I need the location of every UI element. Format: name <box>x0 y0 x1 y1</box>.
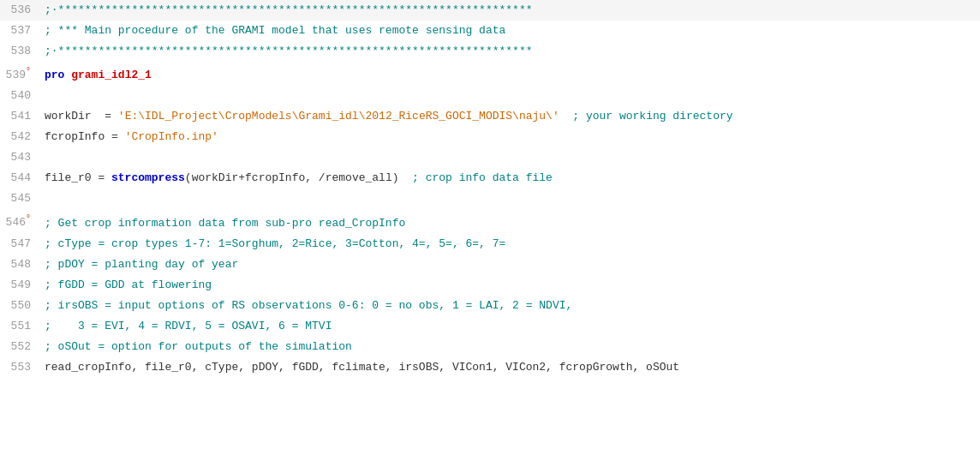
procname-text: grami_idl2_1 <box>71 69 152 81</box>
line-content: ; Get crop information data from sub-pro… <box>41 214 980 233</box>
line-number: 549 <box>0 276 41 295</box>
line-number: 553 <box>0 358 41 377</box>
line-number: 551 <box>0 317 41 336</box>
keyword-text: pro <box>45 69 71 81</box>
line-content: ; *** Main procedure of the GRAMI model … <box>41 21 980 40</box>
code-line: 540 <box>0 86 980 106</box>
code-line: 541workDir = 'E:\IDL_Project\CropModels\… <box>0 106 980 127</box>
line-content <box>41 87 980 105</box>
line-number: 541 <box>0 107 41 126</box>
normal-text <box>559 110 573 123</box>
line-number: 537 <box>0 21 41 40</box>
line-number: 547 <box>0 235 41 254</box>
line-content: ; 3 = EVI, 4 = RDVI, 5 = OSAVI, 6 = MTVI <box>41 317 980 336</box>
code-line: 544file_r0 = strcompress(workDir+fcropIn… <box>0 168 980 189</box>
code-line: 542fcropInfo = 'CropInfo.inp' <box>0 127 980 147</box>
code-line: 550; irsOBS = input options of RS observ… <box>0 296 980 316</box>
comment-text: ; Get crop information data from sub-pro… <box>45 217 405 230</box>
line-number: 546° <box>0 210 41 232</box>
line-content: ;·**************************************… <box>41 1 980 20</box>
code-line: 553read_cropInfo, file_r0, cType, pDOY, … <box>0 357 980 378</box>
code-line: 538;·***********************************… <box>0 41 980 62</box>
line-content: ; cType = crop types 1-7: 1=Sorghum, 2=R… <box>41 235 980 254</box>
code-line: 539°pro grami_idl2_1 <box>0 62 980 86</box>
normal-text: workDir = <box>45 110 118 123</box>
line-number: 544 <box>0 169 41 188</box>
code-line: 545 <box>0 189 980 209</box>
string-literal: 'E:\IDL_Project\CropModels\Grami_idl\201… <box>118 110 559 123</box>
code-editor: 536;·***********************************… <box>0 0 980 467</box>
code-line: 547; cType = crop types 1-7: 1=Sorghum, … <box>0 234 980 254</box>
comment-text: ; pDOY = planting day of year <box>45 258 238 271</box>
code-line: 546°; Get crop information data from sub… <box>0 209 980 233</box>
line-content: file_r0 = strcompress(workDir+fcropInfo,… <box>41 169 980 188</box>
line-content <box>41 189 980 208</box>
string-literal: 'CropInfo.inp' <box>125 130 218 143</box>
comment-text: ; *** Main procedure of the GRAMI model … <box>45 24 505 37</box>
code-line: 551; 3 = EVI, 4 = RDVI, 5 = OSAVI, 6 = M… <box>0 316 980 337</box>
line-number: 545 <box>0 189 41 208</box>
normal-text: read_cropInfo, file_r0, cType, pDOY, fGD… <box>45 361 679 374</box>
code-line: 549; fGDD = GDD at flowering <box>0 275 980 296</box>
comment-text: ; cType = crop types 1-7: 1=Sorghum, 2=R… <box>45 237 505 250</box>
comment-text: ; crop info data file <box>412 171 553 184</box>
comment-text: ; irsOBS = input options of RS observati… <box>45 299 572 312</box>
line-number: 540 <box>0 87 41 105</box>
line-number: 538 <box>0 42 41 61</box>
line-number: 552 <box>0 338 41 356</box>
line-number: 550 <box>0 296 41 315</box>
comment-text: ;·**************************************… <box>45 3 533 16</box>
normal-text: file_r0 = <box>45 171 111 184</box>
line-content <box>41 148 980 167</box>
comment-text: ;·**************************************… <box>45 45 533 57</box>
code-line: 543 <box>0 147 980 168</box>
line-number: 548 <box>0 255 41 274</box>
line-content: ; fGDD = GDD at flowering <box>41 276 980 295</box>
code-line: 537; *** Main procedure of the GRAMI mod… <box>0 21 980 41</box>
code-line: 552; oSOut = option for outputs of the s… <box>0 337 980 357</box>
normal-text: (workDir+fcropInfo, /remove_all) <box>185 171 412 184</box>
code-lines: 536;·***********************************… <box>0 0 980 378</box>
line-content: fcropInfo = 'CropInfo.inp' <box>41 128 980 147</box>
normal-text: fcropInfo = <box>45 130 125 143</box>
function-name: strcompress <box>111 171 185 184</box>
line-number: 536 <box>0 1 41 20</box>
line-content: ;·**************************************… <box>41 42 980 61</box>
line-content: ; irsOBS = input options of RS observati… <box>41 296 980 315</box>
line-number: 539° <box>0 63 41 85</box>
line-number: 543 <box>0 148 41 167</box>
comment-text: ; fGDD = GDD at flowering <box>45 278 212 291</box>
line-content: ; oSOut = option for outputs of the simu… <box>41 338 980 356</box>
line-content: pro grami_idl2_1 <box>41 66 980 85</box>
line-content: workDir = 'E:\IDL_Project\CropModels\Gra… <box>41 107 980 126</box>
comment-text: ; oSOut = option for outputs of the simu… <box>45 340 352 353</box>
line-number: 542 <box>0 128 41 147</box>
line-content: read_cropInfo, file_r0, cType, pDOY, fGD… <box>41 358 980 377</box>
code-line: 548; pDOY = planting day of year <box>0 254 980 275</box>
line-content: ; pDOY = planting day of year <box>41 255 980 274</box>
comment-text: ; 3 = EVI, 4 = RDVI, 5 = OSAVI, 6 = MTVI <box>45 320 332 332</box>
code-line: 536;·***********************************… <box>0 0 980 21</box>
comment-text: ; your working directory <box>572 110 732 123</box>
